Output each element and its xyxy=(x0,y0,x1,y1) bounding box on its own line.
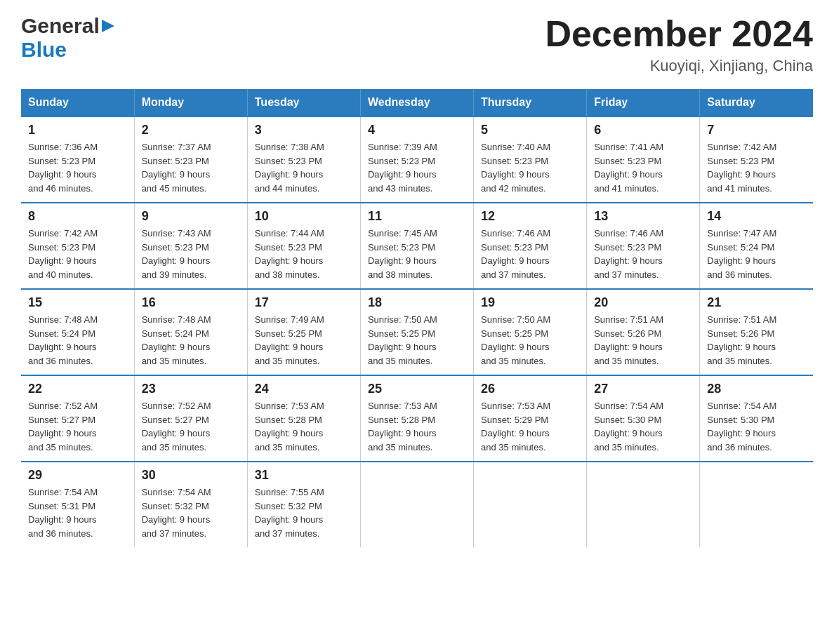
day-info: Sunrise: 7:49 AM Sunset: 5:25 PM Dayligh… xyxy=(255,313,353,368)
day-info: Sunrise: 7:54 AM Sunset: 5:30 PM Dayligh… xyxy=(707,399,806,454)
day-number: 24 xyxy=(255,382,353,396)
calendar-cell: 17 Sunrise: 7:49 AM Sunset: 5:25 PM Dayl… xyxy=(247,289,360,375)
day-info: Sunrise: 7:48 AM Sunset: 5:24 PM Dayligh… xyxy=(28,313,127,368)
day-info: Sunrise: 7:54 AM Sunset: 5:32 PM Dayligh… xyxy=(142,485,240,540)
calendar-cell: 3 Sunrise: 7:38 AM Sunset: 5:23 PM Dayli… xyxy=(247,116,360,203)
calendar-cell: 7 Sunrise: 7:42 AM Sunset: 5:23 PM Dayli… xyxy=(700,116,813,203)
svg-marker-0 xyxy=(102,20,114,32)
calendar-cell: 11 Sunrise: 7:45 AM Sunset: 5:23 PM Dayl… xyxy=(360,203,473,289)
calendar-cell: 1 Sunrise: 7:36 AM Sunset: 5:23 PM Dayli… xyxy=(21,116,134,203)
day-info: Sunrise: 7:50 AM Sunset: 5:25 PM Dayligh… xyxy=(368,313,466,368)
page-header: General Blue December 2024 Kuoyiqi, Xinj… xyxy=(21,14,813,75)
calendar-cell: 4 Sunrise: 7:39 AM Sunset: 5:23 PM Dayli… xyxy=(360,116,473,203)
calendar-cell: 18 Sunrise: 7:50 AM Sunset: 5:25 PM Dayl… xyxy=(360,289,473,375)
calendar-cell: 5 Sunrise: 7:40 AM Sunset: 5:23 PM Dayli… xyxy=(474,116,587,203)
calendar-cell: 9 Sunrise: 7:43 AM Sunset: 5:23 PM Dayli… xyxy=(134,203,247,289)
day-number: 3 xyxy=(255,123,353,137)
day-number: 11 xyxy=(368,209,466,224)
calendar-cell xyxy=(700,462,813,547)
day-info: Sunrise: 7:45 AM Sunset: 5:23 PM Dayligh… xyxy=(368,227,466,281)
day-number: 29 xyxy=(28,468,127,483)
calendar-cell: 31 Sunrise: 7:55 AM Sunset: 5:32 PM Dayl… xyxy=(247,462,360,547)
day-number: 18 xyxy=(368,295,466,310)
day-info: Sunrise: 7:39 AM Sunset: 5:23 PM Dayligh… xyxy=(368,140,466,195)
day-number: 13 xyxy=(594,209,692,224)
calendar-cell: 15 Sunrise: 7:48 AM Sunset: 5:24 PM Dayl… xyxy=(21,289,134,375)
calendar-cell: 29 Sunrise: 7:54 AM Sunset: 5:31 PM Dayl… xyxy=(21,462,134,547)
calendar-week-1: 1 Sunrise: 7:36 AM Sunset: 5:23 PM Dayli… xyxy=(21,116,813,203)
header-monday: Monday xyxy=(134,89,247,116)
day-info: Sunrise: 7:44 AM Sunset: 5:23 PM Dayligh… xyxy=(255,227,353,281)
day-info: Sunrise: 7:52 AM Sunset: 5:27 PM Dayligh… xyxy=(142,399,240,454)
day-number: 19 xyxy=(481,295,579,310)
header-saturday: Saturday xyxy=(700,89,813,116)
calendar-cell: 23 Sunrise: 7:52 AM Sunset: 5:27 PM Dayl… xyxy=(134,375,247,462)
calendar-week-5: 29 Sunrise: 7:54 AM Sunset: 5:31 PM Dayl… xyxy=(21,462,813,547)
day-number: 10 xyxy=(255,209,353,224)
calendar-cell xyxy=(474,462,587,547)
day-number: 26 xyxy=(481,382,579,396)
logo-general-text: General xyxy=(21,14,100,38)
day-number: 5 xyxy=(481,123,579,137)
calendar-cell: 13 Sunrise: 7:46 AM Sunset: 5:23 PM Dayl… xyxy=(587,203,700,289)
calendar-cell: 26 Sunrise: 7:53 AM Sunset: 5:29 PM Dayl… xyxy=(474,375,587,462)
day-number: 7 xyxy=(707,123,806,137)
calendar-cell: 12 Sunrise: 7:46 AM Sunset: 5:23 PM Dayl… xyxy=(474,203,587,289)
calendar-cell: 19 Sunrise: 7:50 AM Sunset: 5:25 PM Dayl… xyxy=(474,289,587,375)
day-info: Sunrise: 7:54 AM Sunset: 5:30 PM Dayligh… xyxy=(594,399,692,454)
day-info: Sunrise: 7:48 AM Sunset: 5:24 PM Dayligh… xyxy=(142,313,240,368)
day-number: 25 xyxy=(368,382,466,396)
day-number: 23 xyxy=(142,382,240,396)
day-number: 22 xyxy=(28,382,127,396)
calendar-week-2: 8 Sunrise: 7:42 AM Sunset: 5:23 PM Dayli… xyxy=(21,203,813,289)
calendar-cell: 21 Sunrise: 7:51 AM Sunset: 5:26 PM Dayl… xyxy=(700,289,813,375)
logo-blue-text: Blue xyxy=(21,38,67,61)
title-section: December 2024 Kuoyiqi, Xinjiang, China xyxy=(545,14,813,75)
calendar-cell: 28 Sunrise: 7:54 AM Sunset: 5:30 PM Dayl… xyxy=(700,375,813,462)
header-tuesday: Tuesday xyxy=(247,89,360,116)
day-info: Sunrise: 7:42 AM Sunset: 5:23 PM Dayligh… xyxy=(707,140,806,195)
day-number: 9 xyxy=(142,209,240,224)
day-number: 8 xyxy=(28,209,127,224)
calendar-cell: 24 Sunrise: 7:53 AM Sunset: 5:28 PM Dayl… xyxy=(247,375,360,462)
day-number: 16 xyxy=(142,295,240,310)
day-info: Sunrise: 7:53 AM Sunset: 5:28 PM Dayligh… xyxy=(368,399,466,454)
location: Kuoyiqi, Xinjiang, China xyxy=(545,57,813,75)
day-info: Sunrise: 7:42 AM Sunset: 5:23 PM Dayligh… xyxy=(28,227,127,281)
day-info: Sunrise: 7:54 AM Sunset: 5:31 PM Dayligh… xyxy=(28,485,127,540)
day-number: 17 xyxy=(255,295,353,310)
header-wednesday: Wednesday xyxy=(360,89,473,116)
calendar-cell: 20 Sunrise: 7:51 AM Sunset: 5:26 PM Dayl… xyxy=(587,289,700,375)
day-number: 30 xyxy=(142,468,240,483)
calendar-cell: 30 Sunrise: 7:54 AM Sunset: 5:32 PM Dayl… xyxy=(134,462,247,547)
day-number: 1 xyxy=(28,123,127,137)
calendar-table: SundayMondayTuesdayWednesdayThursdayFrid… xyxy=(21,89,813,547)
calendar-cell: 25 Sunrise: 7:53 AM Sunset: 5:28 PM Dayl… xyxy=(360,375,473,462)
logo-triangle-icon xyxy=(102,20,114,35)
calendar-week-3: 15 Sunrise: 7:48 AM Sunset: 5:24 PM Dayl… xyxy=(21,289,813,375)
day-info: Sunrise: 7:43 AM Sunset: 5:23 PM Dayligh… xyxy=(142,227,240,281)
day-info: Sunrise: 7:51 AM Sunset: 5:26 PM Dayligh… xyxy=(594,313,692,368)
day-info: Sunrise: 7:53 AM Sunset: 5:29 PM Dayligh… xyxy=(481,399,579,454)
day-info: Sunrise: 7:52 AM Sunset: 5:27 PM Dayligh… xyxy=(28,399,127,454)
calendar-cell: 27 Sunrise: 7:54 AM Sunset: 5:30 PM Dayl… xyxy=(587,375,700,462)
day-number: 21 xyxy=(707,295,806,310)
day-info: Sunrise: 7:51 AM Sunset: 5:26 PM Dayligh… xyxy=(707,313,806,368)
calendar-cell xyxy=(360,462,473,547)
logo: General Blue xyxy=(21,14,114,62)
day-info: Sunrise: 7:36 AM Sunset: 5:23 PM Dayligh… xyxy=(28,140,127,195)
day-number: 2 xyxy=(142,123,240,137)
calendar-cell: 16 Sunrise: 7:48 AM Sunset: 5:24 PM Dayl… xyxy=(134,289,247,375)
month-title: December 2024 xyxy=(545,14,813,54)
day-number: 6 xyxy=(594,123,692,137)
day-info: Sunrise: 7:41 AM Sunset: 5:23 PM Dayligh… xyxy=(594,140,692,195)
calendar-cell: 8 Sunrise: 7:42 AM Sunset: 5:23 PM Dayli… xyxy=(21,203,134,289)
day-info: Sunrise: 7:40 AM Sunset: 5:23 PM Dayligh… xyxy=(481,140,579,195)
day-number: 12 xyxy=(481,209,579,224)
day-info: Sunrise: 7:55 AM Sunset: 5:32 PM Dayligh… xyxy=(255,485,353,540)
day-info: Sunrise: 7:47 AM Sunset: 5:24 PM Dayligh… xyxy=(707,227,806,281)
day-info: Sunrise: 7:37 AM Sunset: 5:23 PM Dayligh… xyxy=(142,140,240,195)
calendar-cell: 10 Sunrise: 7:44 AM Sunset: 5:23 PM Dayl… xyxy=(247,203,360,289)
day-info: Sunrise: 7:53 AM Sunset: 5:28 PM Dayligh… xyxy=(255,399,353,454)
calendar-cell: 14 Sunrise: 7:47 AM Sunset: 5:24 PM Dayl… xyxy=(700,203,813,289)
